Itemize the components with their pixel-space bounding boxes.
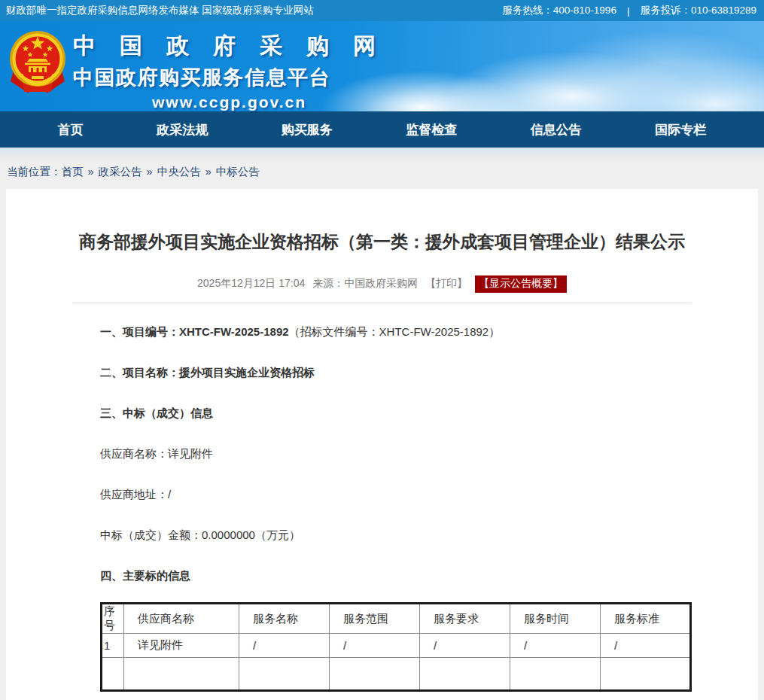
nav-bottom-strip xyxy=(0,148,764,161)
topbar-divider: | xyxy=(627,5,630,17)
project-number-line: 一、项目编号：XHTC-FW-2025-1892（招标文件编号：XHTC-FW-… xyxy=(100,324,758,339)
article-body: 一、项目编号：XHTC-FW-2025-1892（招标文件编号：XHTC-FW-… xyxy=(100,324,758,692)
project-number-rest: （招标文件编号：XHTC-FW-2025-1892） xyxy=(289,325,501,338)
nav-item-announcements[interactable]: 信息公告 xyxy=(531,121,582,138)
article-card: 商务部援外项目实施企业资格招标（第一类：援外成套项目管理企业）结果公示 2025… xyxy=(6,189,758,700)
award-amount-line: 中标（成交）金额：0.0000000（万元） xyxy=(100,528,758,543)
main-subject-heading: 四、主要标的信息 xyxy=(100,568,758,583)
nav-item-supervision[interactable]: 监督检查 xyxy=(406,121,457,138)
table-row: 1 详见附件 / / / / / xyxy=(102,634,691,658)
col-header-service-standard: 服务标准 xyxy=(601,604,691,634)
col-header-service-requirement: 服务要求 xyxy=(420,604,510,634)
supplier-address-line: 供应商地址：/ xyxy=(100,487,758,502)
publish-datetime: 2025年12月12日 17:04 xyxy=(197,277,305,289)
cell-empty xyxy=(330,658,420,691)
cell-supplier-name: 详见附件 xyxy=(124,634,239,658)
award-info-heading: 三、中标（成交）信息 xyxy=(100,406,758,421)
cell-service-scope: / xyxy=(330,634,420,658)
nav-item-purchase-services[interactable]: 购买服务 xyxy=(282,121,333,138)
cell-empty xyxy=(239,658,330,691)
col-header-service-scope: 服务范围 xyxy=(330,604,420,634)
national-emblem-icon xyxy=(9,29,66,98)
cell-index: 1 xyxy=(102,634,124,658)
table-header-row: 序号 供应商名称 服务名称 服务范围 服务要求 服务时间 服务标准 xyxy=(102,604,691,634)
supplier-name-line: 供应商名称：详见附件 xyxy=(100,446,758,461)
site-url: www.ccgp.gov.cn xyxy=(73,93,385,111)
cell-service-requirement: / xyxy=(420,634,510,658)
service-complaint: 服务投诉：010-63819289 xyxy=(640,4,756,17)
col-header-service-time: 服务时间 xyxy=(510,604,601,634)
meta-divider xyxy=(72,303,692,303)
main-subject-table: 序号 供应商名称 服务名称 服务范围 服务要求 服务时间 服务标准 1 详见附件… xyxy=(100,602,692,692)
service-hotline: 服务热线：400-810-1996 xyxy=(502,4,616,17)
top-utility-bar: 财政部唯一指定政府采购信息网络发布媒体 国家级政府采购专业网站 服务热线：400… xyxy=(0,0,764,21)
cell-service-time: / xyxy=(510,634,601,658)
nav-item-home[interactable]: 首页 xyxy=(58,121,84,138)
breadcrumb-label: 当前位置： xyxy=(7,166,62,178)
platform-title: 中国政府购买服务信息平台 xyxy=(73,64,385,91)
article-meta: 2025年12月12日 17:04 来源：中国政府采购网 【打印】 【显示公告概… xyxy=(6,275,758,293)
source-label: 来源：中国政府采购网 xyxy=(312,277,418,289)
site-slogan: 财政部唯一指定政府采购信息网络发布媒体 国家级政府采购专业网站 xyxy=(6,4,314,17)
breadcrumb-link-award-announcements[interactable]: 中标公告 xyxy=(216,166,260,178)
col-header-supplier-name: 供应商名称 xyxy=(124,604,239,634)
cell-empty xyxy=(124,658,239,691)
table-row-empty xyxy=(102,658,691,691)
col-header-service-name: 服务名称 xyxy=(239,604,330,634)
cell-service-name: / xyxy=(239,634,330,658)
cell-service-standard: / xyxy=(601,634,691,658)
cell-empty xyxy=(601,658,691,691)
site-title: 中 国 政 府 采 购 网 xyxy=(73,31,385,62)
breadcrumb-separator: » xyxy=(205,166,212,178)
cell-empty xyxy=(420,658,510,691)
site-header: 中 国 政 府 采 购 网 中国政府购买服务信息平台 www.ccgp.gov.… xyxy=(0,21,764,111)
breadcrumb-link-procurement-announcements[interactable]: 政采公告 xyxy=(99,166,142,178)
nav-item-regulations[interactable]: 政采法规 xyxy=(157,121,208,138)
breadcrumb-separator: » xyxy=(147,166,153,178)
breadcrumb: 当前位置：首页»政采公告»中央公告»中标公告 xyxy=(0,161,764,189)
nav-item-international[interactable]: 国际专栏 xyxy=(655,121,706,138)
show-summary-button[interactable]: 【显示公告概要】 xyxy=(475,275,567,293)
project-number-bold: 一、项目编号：XHTC-FW-2025-1892 xyxy=(100,325,289,338)
project-name-line: 二、项目名称：援外项目实施企业资格招标 xyxy=(100,365,758,380)
page-title: 商务部援外项目实施企业资格招标（第一类：援外成套项目管理企业）结果公示 xyxy=(6,189,758,254)
site-logo: 中 国 政 府 采 购 网 中国政府购买服务信息平台 www.ccgp.gov.… xyxy=(73,31,385,111)
breadcrumb-separator: » xyxy=(88,166,94,178)
breadcrumb-link-home[interactable]: 首页 xyxy=(62,166,84,178)
cell-empty xyxy=(102,658,124,691)
print-button[interactable]: 【打印】 xyxy=(425,277,467,289)
col-header-index: 序号 xyxy=(102,604,124,634)
breadcrumb-link-central-announcements[interactable]: 中央公告 xyxy=(157,166,201,178)
cell-empty xyxy=(510,658,601,691)
main-nav: 首页 政采法规 购买服务 监督检查 信息公告 国际专栏 xyxy=(0,111,764,148)
